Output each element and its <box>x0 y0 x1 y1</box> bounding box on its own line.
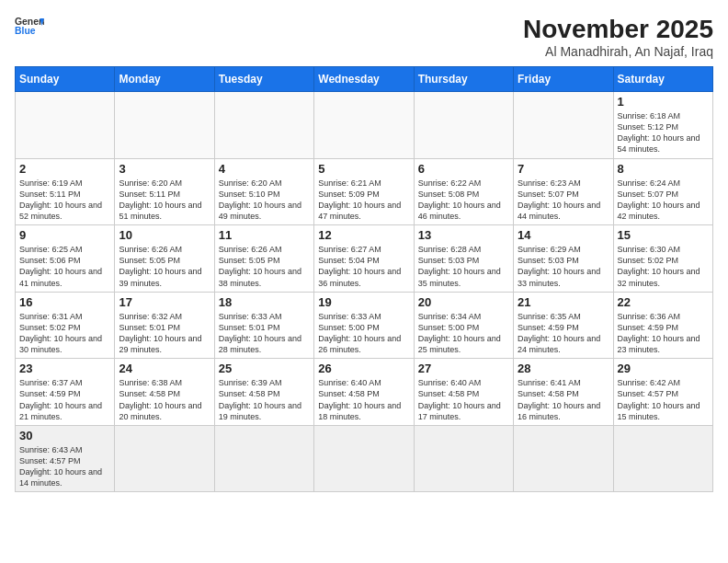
day-info: Sunrise: 6:33 AMSunset: 5:01 PMDaylight:… <box>219 311 310 356</box>
day-cell: 20Sunrise: 6:34 AMSunset: 5:00 PMDayligh… <box>414 292 513 359</box>
day-number: 5 <box>318 162 409 176</box>
day-number: 3 <box>119 162 210 176</box>
day-info: Sunrise: 6:26 AMSunset: 5:05 PMDaylight:… <box>119 244 210 289</box>
day-cell: 16Sunrise: 6:31 AMSunset: 5:02 PMDayligh… <box>16 292 115 359</box>
day-cell: 1Sunrise: 6:18 AMSunset: 5:12 PMDaylight… <box>613 92 712 159</box>
day-cell: 9Sunrise: 6:25 AMSunset: 5:06 PMDaylight… <box>16 225 115 293</box>
day-info: Sunrise: 6:18 AMSunset: 5:12 PMDaylight:… <box>618 110 709 155</box>
day-info: Sunrise: 6:38 AMSunset: 4:58 PMDaylight:… <box>119 377 210 422</box>
day-info: Sunrise: 6:42 AMSunset: 4:57 PMDaylight:… <box>618 377 709 422</box>
empty-cell <box>414 425 513 492</box>
day-info: Sunrise: 6:36 AMSunset: 4:59 PMDaylight:… <box>618 311 709 356</box>
day-info: Sunrise: 6:33 AMSunset: 5:00 PMDaylight:… <box>318 311 409 356</box>
empty-cell <box>214 92 313 159</box>
svg-text:Blue: Blue <box>15 26 36 36</box>
day-cell: 4Sunrise: 6:20 AMSunset: 5:10 PMDaylight… <box>214 158 313 225</box>
day-info: Sunrise: 6:23 AMSunset: 5:07 PMDaylight:… <box>518 178 609 223</box>
day-info: Sunrise: 6:30 AMSunset: 5:02 PMDaylight:… <box>618 244 709 289</box>
day-info: Sunrise: 6:37 AMSunset: 4:59 PMDaylight:… <box>19 377 110 422</box>
day-info: Sunrise: 6:20 AMSunset: 5:11 PMDaylight:… <box>119 178 210 223</box>
day-number: 29 <box>618 362 709 375</box>
day-number: 18 <box>219 295 310 309</box>
header-thursday: Thursday <box>414 67 513 92</box>
empty-cell <box>115 425 214 492</box>
day-number: 17 <box>119 295 210 309</box>
day-info: Sunrise: 6:40 AMSunset: 4:58 PMDaylight:… <box>318 377 409 422</box>
day-info: Sunrise: 6:41 AMSunset: 4:58 PMDaylight:… <box>518 377 609 422</box>
day-cell: 21Sunrise: 6:35 AMSunset: 4:59 PMDayligh… <box>514 292 613 359</box>
day-info: Sunrise: 6:28 AMSunset: 5:03 PMDaylight:… <box>418 244 509 289</box>
day-cell: 28Sunrise: 6:41 AMSunset: 4:58 PMDayligh… <box>514 359 613 426</box>
day-info: Sunrise: 6:40 AMSunset: 4:58 PMDaylight:… <box>418 377 509 422</box>
day-info: Sunrise: 6:25 AMSunset: 5:06 PMDaylight:… <box>19 244 110 289</box>
day-number: 12 <box>318 228 409 242</box>
day-number: 11 <box>219 228 310 242</box>
day-number: 10 <box>119 228 210 242</box>
day-number: 14 <box>518 228 609 242</box>
empty-cell <box>613 425 712 492</box>
location-subtitle: Al Manadhirah, An Najaf, Iraq <box>523 44 713 59</box>
empty-cell <box>414 92 513 159</box>
day-info: Sunrise: 6:32 AMSunset: 5:01 PMDaylight:… <box>119 311 210 356</box>
empty-cell <box>314 425 414 492</box>
header-tuesday: Tuesday <box>214 67 313 92</box>
day-info: Sunrise: 6:27 AMSunset: 5:04 PMDaylight:… <box>318 244 409 289</box>
logo: General Blue <box>15 15 44 37</box>
empty-cell <box>16 92 115 159</box>
header-wednesday: Wednesday <box>314 67 414 92</box>
day-info: Sunrise: 6:19 AMSunset: 5:11 PMDaylight:… <box>19 178 110 223</box>
day-number: 21 <box>518 295 609 309</box>
day-info: Sunrise: 6:21 AMSunset: 5:09 PMDaylight:… <box>318 178 409 223</box>
day-number: 8 <box>618 162 709 176</box>
day-cell: 22Sunrise: 6:36 AMSunset: 4:59 PMDayligh… <box>613 292 712 359</box>
day-info: Sunrise: 6:35 AMSunset: 4:59 PMDaylight:… <box>518 311 609 356</box>
day-cell: 29Sunrise: 6:42 AMSunset: 4:57 PMDayligh… <box>613 359 712 426</box>
day-cell: 14Sunrise: 6:29 AMSunset: 5:03 PMDayligh… <box>514 225 613 293</box>
empty-cell <box>514 92 613 159</box>
header-saturday: Saturday <box>613 67 712 92</box>
day-cell: 17Sunrise: 6:32 AMSunset: 5:01 PMDayligh… <box>115 292 214 359</box>
day-cell: 12Sunrise: 6:27 AMSunset: 5:04 PMDayligh… <box>314 225 414 293</box>
day-cell: 3Sunrise: 6:20 AMSunset: 5:11 PMDaylight… <box>115 158 214 225</box>
day-info: Sunrise: 6:29 AMSunset: 5:03 PMDaylight:… <box>518 244 609 289</box>
day-number: 13 <box>418 228 509 242</box>
day-info: Sunrise: 6:39 AMSunset: 4:58 PMDaylight:… <box>219 377 310 422</box>
day-number: 1 <box>618 95 709 109</box>
day-cell: 30Sunrise: 6:43 AMSunset: 4:57 PMDayligh… <box>16 425 115 492</box>
calendar-row: 9Sunrise: 6:25 AMSunset: 5:06 PMDaylight… <box>16 225 713 293</box>
day-info: Sunrise: 6:43 AMSunset: 4:57 PMDaylight:… <box>19 444 110 489</box>
calendar-row: 2Sunrise: 6:19 AMSunset: 5:11 PMDaylight… <box>16 158 713 225</box>
day-number: 16 <box>19 295 110 309</box>
empty-cell <box>115 92 214 159</box>
day-number: 22 <box>618 295 709 309</box>
day-number: 9 <box>19 228 110 242</box>
day-cell: 27Sunrise: 6:40 AMSunset: 4:58 PMDayligh… <box>414 359 513 426</box>
header-friday: Friday <box>514 67 613 92</box>
day-number: 7 <box>518 162 609 176</box>
day-cell: 6Sunrise: 6:22 AMSunset: 5:08 PMDaylight… <box>414 158 513 225</box>
day-number: 19 <box>318 295 409 309</box>
day-number: 30 <box>19 429 110 442</box>
day-number: 6 <box>418 162 509 176</box>
day-info: Sunrise: 6:24 AMSunset: 5:07 PMDaylight:… <box>618 178 709 223</box>
day-info: Sunrise: 6:31 AMSunset: 5:02 PMDaylight:… <box>19 311 110 356</box>
page-header: General Blue November 2025 Al Manadhirah… <box>15 15 713 59</box>
day-cell: 11Sunrise: 6:26 AMSunset: 5:05 PMDayligh… <box>214 225 313 293</box>
day-cell: 23Sunrise: 6:37 AMSunset: 4:59 PMDayligh… <box>16 359 115 426</box>
day-cell: 8Sunrise: 6:24 AMSunset: 5:07 PMDaylight… <box>613 158 712 225</box>
day-number: 24 <box>119 362 210 375</box>
day-info: Sunrise: 6:26 AMSunset: 5:05 PMDaylight:… <box>219 244 310 289</box>
calendar-row: 1Sunrise: 6:18 AMSunset: 5:12 PMDaylight… <box>16 92 713 159</box>
calendar-row: 23Sunrise: 6:37 AMSunset: 4:59 PMDayligh… <box>16 359 713 426</box>
day-cell: 25Sunrise: 6:39 AMSunset: 4:58 PMDayligh… <box>214 359 313 426</box>
day-cell: 18Sunrise: 6:33 AMSunset: 5:01 PMDayligh… <box>214 292 313 359</box>
day-number: 4 <box>219 162 310 176</box>
empty-cell <box>514 425 613 492</box>
day-cell: 24Sunrise: 6:38 AMSunset: 4:58 PMDayligh… <box>115 359 214 426</box>
day-cell: 15Sunrise: 6:30 AMSunset: 5:02 PMDayligh… <box>613 225 712 293</box>
empty-cell <box>214 425 313 492</box>
header-sunday: Sunday <box>16 67 115 92</box>
day-cell: 5Sunrise: 6:21 AMSunset: 5:09 PMDaylight… <box>314 158 414 225</box>
empty-cell <box>314 92 414 159</box>
title-area: November 2025 Al Manadhirah, An Najaf, I… <box>523 15 713 59</box>
